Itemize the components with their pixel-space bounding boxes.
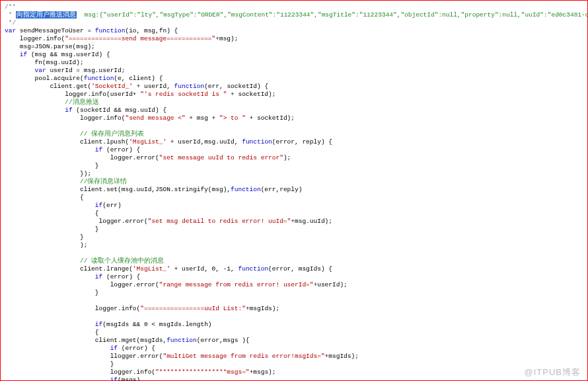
code-text: logger.error( [5,218,148,225]
code-text: } [5,360,114,368]
code-text: + socketId); [227,91,276,98]
comment-line: //消息推送 [5,99,99,106]
string: "==============send message============" [65,35,215,42]
code-text: client.mget(msgIds, [5,337,166,344]
code-text: client.set(msg.uuId,JSON.stringify(msg), [5,186,231,193]
kw-if: if [95,202,102,209]
code-text: } [5,226,99,233]
code-text [5,106,65,114]
code-text: userId = msg.userId; [46,67,126,74]
code-text: client.get( [5,83,91,90]
code-text: (io, msg,fn) { [125,27,178,34]
code-text: llogger.error( [5,353,163,360]
code-text: + userId,msg.uuId, [166,138,242,146]
code-text: (msgs) [118,376,140,381]
code-text: logger.info( [5,114,125,122]
kw-function: function [238,265,268,273]
code-text: logger.info( [5,35,65,42]
code-text: { [5,210,99,217]
code-text: + msg + [186,114,219,122]
highlighted-doc: 向指定用户推送消息 [16,11,77,19]
string: "send message <" [125,114,185,122]
code-text: sendMessageToUser = [16,27,95,34]
code-text: (error) { [102,273,140,280]
comment-star: * [5,11,16,19]
kw-if: if [110,376,118,381]
code-text: +msgIds); [325,353,359,360]
string: "set message uuId to redis error" [159,154,283,161]
code-text [5,51,20,58]
comment-line: // 保存用户消息列表 [5,130,144,138]
string: 'MsgList_' [133,265,170,273]
code-text [5,376,110,381]
code-text: (msg && msg.userId) { [27,51,110,58]
code-text: logger.info( [5,305,140,312]
kw-function: function [95,27,126,34]
code-text: (err) [102,202,122,209]
string: "> to " [219,114,246,122]
kw-if: if [65,106,72,114]
code-text: +msg); [215,35,238,42]
kw-if: if [110,345,118,352]
code-text: (error, reply) { [272,138,332,146]
code-text: pool.acquire( [5,75,84,82]
code-text: ); [283,154,291,161]
code-text: ); [5,241,87,249]
code-text: (error) { [118,345,155,352]
code-text: { [5,329,99,336]
code-text: (socketId && msg.uuId) { [73,106,167,114]
string: "'s redis socketId is " [140,91,227,98]
code-text [5,345,110,352]
code-text: client.lrange( [5,265,133,273]
code-text: +msgIds); [246,305,279,312]
string: 'SocketId_' [91,83,133,90]
comment-open: /** [5,3,16,11]
kw-if: if [95,273,102,280]
code-text: } [5,289,99,296]
code-text [5,67,35,74]
code-text: }); [5,170,91,177]
kw-if: if [20,51,27,58]
code-text: (err, socketId) { [204,83,268,90]
code-text: } [5,233,84,241]
code-text: +msgs); [250,368,276,376]
string: "range message from redis error! userId=… [159,281,314,288]
kw-var: var [35,67,46,74]
code-text: + socketId); [246,114,295,122]
string: "set msg detail to redis error! uuId=" [148,218,291,225]
comment-line: // 读取个人缓存池中的消息 [5,257,164,265]
code-text: (error, msgIds) { [268,265,332,273]
kw-function: function [231,186,261,193]
kw-function: function [242,138,272,146]
comment-line: //保存消息详情 [5,178,127,185]
kw-if: if [95,146,102,153]
code-text: + userId, [133,83,174,90]
string: "multiGet message from redis error!msgId… [163,353,324,360]
code-text: (e, client) { [114,75,163,82]
code-text: logger.info(userId+ [5,91,140,98]
code-text [5,202,95,209]
doc-tail: msg:{"userId":"lty","msgType":"ORDER","m… [77,11,588,19]
code-text: } [5,162,99,169]
code-text: (err,reply) [261,186,303,193]
string: 'MsgList_' [129,138,166,146]
code-window: /** * 向指定用户推送消息 msg:{"userId":"lty","msg… [0,0,588,381]
code-text: logger.info( [5,368,155,376]
kw-if: if [95,321,102,328]
watermark: @ITPUB博客 [525,368,581,376]
code-text [5,321,95,328]
comment-close: */ [5,19,16,26]
code-text: msg=JSON.parse(msg); [5,43,95,50]
kw-function: function [174,83,205,90]
code-text: fn(msg.uuId); [5,59,84,66]
code-text: +msg.uuId); [291,218,332,225]
kw-function: function [166,337,197,344]
code-text: client.lpush( [5,138,129,146]
string: "******************msgs=" [155,368,250,376]
code-text [5,273,95,280]
code-text: logger.error( [5,281,159,288]
kw-var: var [5,27,16,34]
code-text: logger.error( [5,154,159,161]
code-text: (error,msgs ){ [197,337,250,344]
code-text [5,146,95,153]
